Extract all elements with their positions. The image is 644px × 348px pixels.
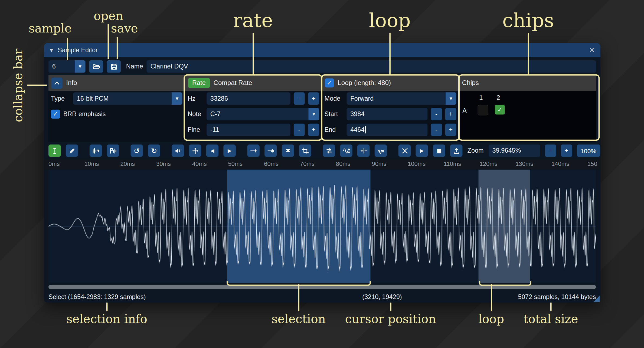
invert-button[interactable] [340,145,352,157]
stop-button[interactable]: ■ [433,145,445,157]
collapse-bar-button[interactable] [51,77,63,88]
ruler-tick: 10ms [84,160,99,167]
chips-column-2: 2 [496,94,500,101]
status-total-size: 5072 samples, 10144 bytes [518,293,596,300]
chevron-down-icon[interactable]: ▼ [308,108,319,120]
hz-input[interactable]: 33286 [207,92,290,105]
annotation-total-size: total size [524,312,578,326]
loop-enable-checkbox[interactable]: ✓ [325,78,334,87]
check-icon: ✓ [327,79,332,87]
annotation-chips: chips [502,9,554,31]
loop-start-label: Start [325,110,344,118]
chips-panel-header: Chips [459,75,596,91]
loop-start-input[interactable]: 3984 [347,108,428,120]
draw-tool-button[interactable] [66,145,78,157]
preview-button[interactable]: ▶ [416,145,428,157]
fine-decrease-button[interactable]: - [294,124,305,136]
chevron-down-icon[interactable]: ▼ [172,92,182,105]
rate-panel: Rate Compat Rate Hz 33286 - + Note C-7 ▼ [185,75,322,142]
ruler-tick: 30ms [156,160,171,167]
brr-emphasis-checkbox[interactable]: ✓ [51,110,60,119]
sample-type-value: 16-bit PCM [77,95,109,102]
zoom-in-button[interactable]: + [561,145,572,157]
timeline-ruler[interactable]: 0ms10ms20ms30ms40ms50ms60ms70ms80ms90ms1… [44,159,600,169]
chevron-down-icon[interactable]: ▼ [446,92,456,105]
annotation-selection: selection [272,312,326,326]
fade-out-button[interactable]: ▶ [223,145,236,157]
amplify-button[interactable] [172,145,184,157]
ruler-tick: 120ms [480,160,498,167]
collapse-triangle-icon[interactable]: ▼ [50,47,53,53]
delete-button[interactable]: ✖ [282,145,294,157]
leader-line [550,303,551,311]
rate-badge[interactable]: Rate [188,78,210,88]
open-button[interactable] [89,60,103,73]
resize-grip[interactable] [593,296,600,302]
zoom-value: 39.9645% [492,147,521,154]
sample-number-select[interactable]: 6 ▼ [48,60,86,73]
fade-in-button[interactable]: ◀ [206,145,219,157]
leader-line [27,85,47,86]
check-icon: ✓ [497,106,502,113]
chip-1-checkbox[interactable] [478,105,488,115]
save-button[interactable] [107,60,121,73]
trim-button[interactable] [299,145,312,157]
reverse-arrows-icon [325,147,333,155]
chip-2-checkbox[interactable]: ✓ [495,105,505,114]
ruler-tick: 130ms [515,160,533,167]
apply-silence-button[interactable] [264,145,277,157]
sign-button[interactable] [357,145,370,157]
loop-mode-select[interactable]: Forward ▼ [347,92,456,105]
hz-value: 33286 [210,95,228,102]
close-icon[interactable]: ✕ [589,46,595,54]
annotation-rate: rate [233,9,273,31]
filter-wave-icon [377,147,385,155]
loop-start-increase-button[interactable]: + [445,108,456,120]
fine-increase-button[interactable]: + [308,124,319,136]
hz-increase-button[interactable]: + [308,92,319,105]
resample-button[interactable] [107,145,119,157]
loop-start-decrease-button[interactable]: - [431,108,442,120]
property-panels: Info Type 16-bit PCM ▼ ✓ BRR emphasis [48,75,596,142]
zoom-reset-button[interactable]: 100% [577,145,600,157]
waveform-canvas [48,170,596,283]
ruler-tick: 100ms [408,160,426,167]
annotation-save: save [111,21,138,35]
stop-icon: ■ [437,147,442,154]
zoom-input[interactable]: 39.9645% [489,145,540,157]
note-label: Note [188,110,203,118]
zoom-out-button[interactable]: - [545,145,556,157]
annotation-selection-info: selection info [66,312,147,326]
loop-start-value: 3984 [350,110,364,118]
upload-button[interactable] [450,145,463,157]
scrollbar-thumb[interactable] [48,285,596,289]
resize-button[interactable] [90,145,102,157]
undo-button[interactable]: ↺ [130,145,143,157]
crossfade-button[interactable] [398,145,411,157]
loop-end-decrease-button[interactable]: - [431,124,442,136]
loop-end-input[interactable]: 4464 [347,124,428,136]
fine-input[interactable]: -11 [207,124,290,136]
rate-header-label: Compat Rate [214,79,252,87]
text-caret [365,126,366,133]
insert-silence-button[interactable] [247,145,260,157]
sample-name-value: Clarinet DQV [151,63,188,70]
loop-end-increase-button[interactable]: + [445,124,456,136]
sample-editor-window: ▼ Sample Editor ✕ 6 ▼ Name Clarinet DQV [44,43,600,303]
redo-button[interactable]: ↻ [148,145,160,157]
window-titlebar[interactable]: ▼ Sample Editor ✕ [44,43,600,57]
waveform-display[interactable] [48,170,596,283]
note-select[interactable]: C-7 ▼ [207,108,319,120]
undo-icon: ↺ [134,146,140,155]
filter-button[interactable] [375,145,387,157]
sample-type-select[interactable]: 16-bit PCM ▼ [73,92,182,105]
invert-wave-icon [342,147,350,155]
horizontal-scrollbar[interactable] [48,285,596,289]
select-tool-button[interactable] [48,145,61,157]
hz-decrease-button[interactable]: - [294,92,305,105]
normalize-button[interactable] [189,145,201,157]
reverse-button[interactable] [323,145,335,157]
chevron-down-icon[interactable]: ▼ [75,60,85,73]
check-icon: ✓ [53,110,58,118]
ruler-tick: 0ms [48,160,60,167]
